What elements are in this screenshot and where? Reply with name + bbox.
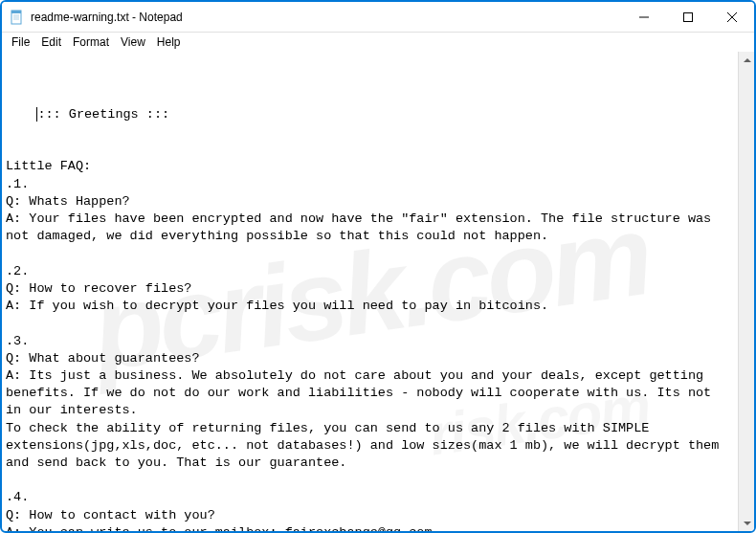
menu-help[interactable]: Help [151,33,187,51]
document-text: ::: Greetings ::: Little FAQ: .1. Q: Wha… [6,107,726,531]
menu-view[interactable]: View [115,33,151,51]
notepad-icon [10,10,25,25]
titlebar: readme-warning.txt - Notepad [2,2,754,33]
vertical-scrollbar[interactable] [738,52,754,531]
scroll-up-button[interactable] [739,52,755,68]
maximize-button[interactable] [666,2,710,33]
svg-rect-6 [684,13,693,22]
minimize-button[interactable] [622,2,666,33]
window-title: readme-warning.txt - Notepad [31,11,622,24]
menu-edit[interactable]: Edit [35,33,67,51]
menubar: File Edit Format View Help [2,33,754,52]
content-wrapper: pcrisk.com risk.com ::: Greetings ::: Li… [2,52,754,531]
scroll-down-button[interactable] [739,515,755,531]
svg-rect-1 [11,11,21,13]
svg-marker-9 [744,58,751,62]
menu-format[interactable]: Format [67,33,115,51]
window-controls [622,2,754,32]
text-area[interactable]: pcrisk.com risk.com ::: Greetings ::: Li… [2,52,738,531]
close-button[interactable] [710,2,754,33]
svg-marker-10 [744,522,751,525]
menu-file[interactable]: File [6,33,35,51]
